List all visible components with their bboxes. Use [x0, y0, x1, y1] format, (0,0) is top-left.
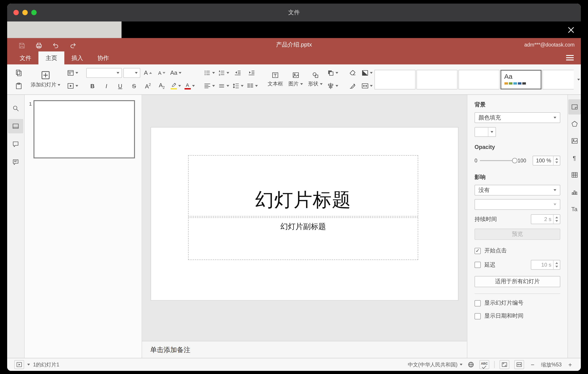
tab-insert[interactable]: 插入 — [64, 51, 90, 65]
show-slide-number-checkbox[interactable] — [474, 300, 481, 306]
theme-thumbnail[interactable] — [458, 70, 499, 89]
italic-button[interactable]: I — [100, 81, 113, 91]
delay-input[interactable]: 10 s — [531, 260, 560, 270]
preview-button[interactable]: 预览 — [474, 229, 560, 240]
zoom-in-button[interactable]: + — [567, 361, 574, 368]
feedback-panel-button[interactable] — [8, 155, 23, 169]
align-shape-button[interactable] — [326, 81, 339, 91]
textart-settings-tab[interactable]: Ta — [568, 201, 581, 217]
align-shapes-icon — [327, 83, 334, 90]
zoom-out-button[interactable]: − — [529, 361, 536, 368]
strikethrough-button[interactable]: S — [128, 81, 140, 91]
theme-thumbnail[interactable] — [416, 70, 457, 89]
table-settings-tab[interactable] — [568, 167, 581, 183]
bold-button[interactable]: B — [86, 81, 99, 91]
shape-settings-tab[interactable] — [568, 116, 581, 132]
tab-file[interactable]: 文件 — [12, 51, 38, 65]
increase-indent-button[interactable] — [245, 67, 258, 78]
chevron-down-icon — [212, 72, 215, 74]
horizontal-align-button[interactable] — [203, 81, 216, 91]
chevron-down-icon — [75, 72, 78, 74]
vertical-align-button[interactable] — [217, 81, 230, 91]
change-layout-button[interactable] — [66, 67, 79, 78]
chart-settings-tab[interactable] — [568, 184, 581, 199]
spinner-arrows[interactable] — [553, 215, 560, 224]
underline-button[interactable]: U — [114, 81, 126, 91]
title-placeholder[interactable]: 幻灯片标题 — [188, 155, 418, 217]
document-language-button[interactable] — [467, 361, 474, 368]
paste-button[interactable] — [12, 81, 25, 91]
change-case-button[interactable]: Aa — [169, 67, 182, 78]
subtitle-placeholder[interactable]: 幻灯片副标题 — [188, 217, 418, 260]
image-settings-tab[interactable] — [568, 133, 581, 149]
language-selector[interactable]: 中文(中华人民共和国) — [408, 361, 462, 368]
line-spacing-button[interactable] — [231, 81, 244, 91]
fill-type-select[interactable]: 颜色填充 — [474, 112, 560, 123]
spinner-arrows[interactable] — [553, 260, 560, 269]
apply-to-all-button[interactable]: 适用于所有幻灯片 — [474, 276, 560, 287]
notes-area[interactable]: 单击添加备注 — [142, 341, 467, 358]
slide-thumbnail-1[interactable] — [33, 100, 135, 158]
arrow-down-icon — [163, 72, 165, 74]
effect-type-select[interactable] — [474, 199, 560, 210]
decrease-font-button[interactable]: A — [156, 67, 168, 78]
search-panel-button[interactable] — [8, 101, 23, 115]
decrease-indent-button[interactable] — [231, 67, 244, 78]
chevron-down-icon[interactable] — [27, 364, 30, 365]
increase-font-button[interactable]: A — [142, 67, 154, 78]
start-on-click-checkbox[interactable]: ✓ — [474, 248, 481, 254]
insert-image-button[interactable]: 图片 — [286, 65, 305, 94]
superscript-button[interactable]: A2 — [142, 81, 154, 91]
spellcheck-button[interactable]: ABC — [479, 360, 489, 369]
vertical-align-icon — [218, 83, 225, 90]
duration-input[interactable]: 2 s — [531, 214, 560, 224]
fill-color-picker[interactable] — [474, 127, 496, 137]
tab-home[interactable]: 主页 — [38, 51, 64, 65]
insert-textbox-button[interactable]: 文本框 — [265, 65, 286, 94]
slide-style-group — [359, 65, 374, 94]
show-date-time-checkbox[interactable] — [474, 313, 481, 319]
add-slide-button[interactable]: 添加幻灯片 — [26, 65, 65, 94]
comments-panel-button[interactable] — [8, 137, 23, 151]
slide-size-button[interactable] — [360, 81, 373, 91]
numbered-list-button[interactable] — [217, 67, 230, 78]
copy-button[interactable] — [12, 67, 25, 78]
slide-editor-canvas[interactable]: 幻灯片标题 幻灯片副标题 单击添加备注 — [142, 95, 467, 358]
opacity-slider-knob[interactable] — [512, 158, 518, 163]
slides-panel-button[interactable] — [8, 119, 23, 133]
fit-width-button[interactable] — [514, 360, 524, 369]
paragraph-settings-tab[interactable]: ¶ — [568, 150, 581, 165]
color-dropdown[interactable] — [488, 128, 495, 136]
spinner-arrows[interactable] — [553, 156, 560, 165]
theme-gallery-expand-button[interactable] — [574, 70, 581, 89]
tab-collaboration[interactable]: 协作 — [90, 51, 116, 65]
bullet-list-button[interactable] — [203, 67, 216, 78]
opacity-slider[interactable] — [480, 160, 515, 161]
font-color-button[interactable]: A — [183, 81, 196, 91]
font-size-combo[interactable] — [123, 68, 140, 78]
clear-style-button[interactable] — [346, 67, 358, 78]
opacity-input[interactable]: 100 % — [532, 156, 560, 165]
start-preview-button[interactable] — [14, 360, 24, 369]
columns-icon — [247, 83, 254, 90]
slide-settings-tab[interactable] — [568, 99, 581, 115]
slide[interactable]: 幻灯片标题 幻灯片副标题 — [151, 128, 458, 300]
theme-thumbnail-selected[interactable]: Aa — [500, 70, 541, 89]
copy-style-button[interactable] — [346, 81, 358, 91]
subscript-button[interactable]: A2 — [156, 81, 168, 91]
effect-select[interactable]: 没有 — [474, 185, 560, 196]
theme-color-bars — [504, 82, 537, 84]
arrange-shape-button[interactable] — [326, 67, 339, 78]
theme-thumbnail[interactable] — [542, 70, 574, 89]
insert-shape-button[interactable]: 形状 — [305, 65, 325, 94]
menu-button[interactable] — [566, 55, 574, 60]
columns-button[interactable] — [246, 81, 259, 91]
start-slideshow-button[interactable] — [66, 81, 79, 91]
fit-slide-button[interactable] — [500, 360, 509, 369]
highlight-color-button[interactable] — [169, 81, 182, 91]
slide-color-button[interactable] — [360, 67, 373, 78]
delay-checkbox[interactable] — [474, 262, 481, 268]
close-button[interactable] — [567, 25, 576, 34]
theme-thumbnail[interactable] — [374, 70, 415, 89]
font-name-combo[interactable] — [86, 68, 122, 78]
